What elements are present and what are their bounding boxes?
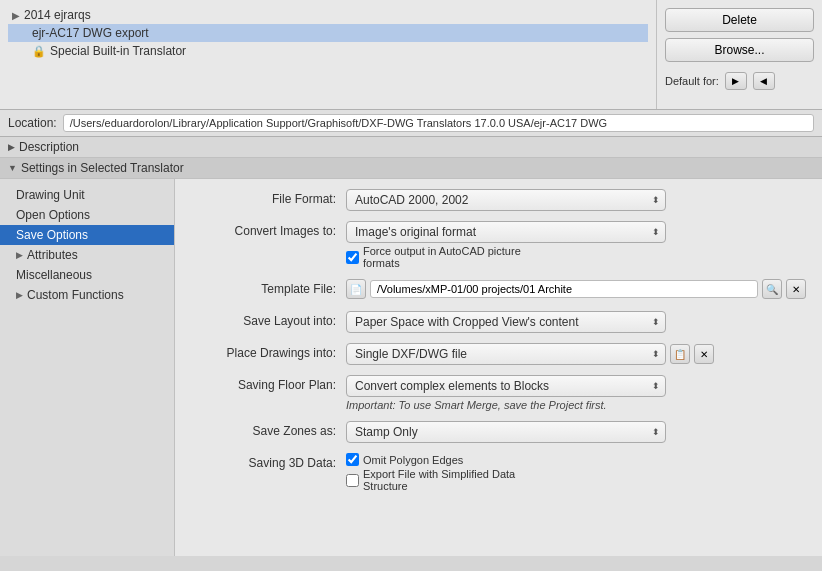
tree-item-label: ejr-AC17 DWG export <box>32 26 149 40</box>
place-drawings-row: Place Drawings into: Single DXF/DWG file… <box>191 343 806 365</box>
place-drawings-inner: Single DXF/DWG file ⬍ 📋 ✕ <box>346 343 806 365</box>
translator-tree: ▶ 2014 ejrarqs ejr-AC17 DWG export 🔒 Spe… <box>0 0 657 109</box>
saving-floor-plan-select[interactable]: Convert complex elements to Blocks <box>346 375 666 397</box>
sidebar-item-open-options[interactable]: Open Options <box>0 205 174 225</box>
browse-button[interactable]: Browse... <box>665 38 814 62</box>
attributes-arrow: ▶ <box>16 250 23 260</box>
template-file-label: Template File: <box>191 279 346 296</box>
saving-floor-plan-control: Convert complex elements to Blocks ⬍ Imp… <box>346 375 806 411</box>
sidebar-item-label: Drawing Unit <box>16 188 85 202</box>
sidebar-item-drawing-unit[interactable]: Drawing Unit <box>0 185 174 205</box>
convert-images-control: Image's original format ⬍ Force output i… <box>346 221 806 269</box>
convert-images-select-wrapper: Image's original format ⬍ <box>346 221 666 243</box>
settings-triangle: ▼ <box>8 163 17 173</box>
save-layout-control: Paper Space with Cropped View's content … <box>346 311 806 333</box>
top-panel: ▶ 2014 ejrarqs ejr-AC17 DWG export 🔒 Spe… <box>0 0 822 110</box>
sidebar-item-save-options[interactable]: Save Options <box>0 225 174 245</box>
saving-3d-control: Omit Polygon Edges Export File with Simp… <box>346 453 806 492</box>
location-bar: Location: /Users/eduardorolon/Library/Ap… <box>0 110 822 137</box>
description-triangle: ▶ <box>8 142 15 152</box>
sidebar-item-label: Open Options <box>16 208 90 222</box>
export-simplified-checkbox[interactable] <box>346 474 359 487</box>
tree-item-label: Special Built-in Translator <box>50 44 186 58</box>
description-label: Description <box>19 140 79 154</box>
custom-arrow: ▶ <box>16 290 23 300</box>
force-output-checkbox[interactable] <box>346 251 359 264</box>
sidebar-item-label: Miscellaneous <box>16 268 92 282</box>
saving-floor-plan-label: Saving Floor Plan: <box>191 375 346 392</box>
tree-item-label: 2014 ejrarqs <box>24 8 91 22</box>
file-format-label: File Format: <box>191 189 346 206</box>
save-layout-select[interactable]: Paper Space with Cropped View's content <box>346 311 666 333</box>
save-zones-control: Stamp Only ⬍ <box>346 421 806 443</box>
settings-label: Settings in Selected Translator <box>21 161 184 175</box>
template-search-icon[interactable]: 🔍 <box>762 279 782 299</box>
file-format-select[interactable]: AutoCAD 2000, 2002 <box>346 189 666 211</box>
place-drawings-select[interactable]: Single DXF/DWG file <box>346 343 666 365</box>
tree-item-export[interactable]: ejr-AC17 DWG export <box>8 24 648 42</box>
file-format-control: AutoCAD 2000, 2002 ⬍ <box>346 189 806 211</box>
saving-3d-row: Saving 3D Data: Omit Polygon Edges Expor… <box>191 453 806 492</box>
default-icon-1[interactable]: ▶ <box>725 72 747 90</box>
tree-item-builtin[interactable]: 🔒 Special Built-in Translator <box>8 42 648 60</box>
template-clear-icon[interactable]: ✕ <box>786 279 806 299</box>
sidebar-item-attributes[interactable]: ▶ Attributes <box>0 245 174 265</box>
sidebar-item-label: Save Options <box>16 228 88 242</box>
save-layout-row: Save Layout into: Paper Space with Cropp… <box>191 311 806 333</box>
place-drawings-icon1[interactable]: 📋 <box>670 344 690 364</box>
save-zones-select[interactable]: Stamp Only <box>346 421 666 443</box>
save-zones-row: Save Zones as: Stamp Only ⬍ <box>191 421 806 443</box>
place-drawings-control: Single DXF/DWG file ⬍ 📋 ✕ <box>346 343 806 365</box>
saving-3d-label: Saving 3D Data: <box>191 453 346 470</box>
convert-images-row: Convert Images to: Image's original form… <box>191 221 806 269</box>
omit-polygon-checkbox[interactable] <box>346 453 359 466</box>
save-layout-select-wrapper: Paper Space with Cropped View's content … <box>346 311 666 333</box>
action-buttons: Delete Browse... Default for: ▶ ◀ <box>657 0 822 109</box>
default-for-row: Default for: ▶ ◀ <box>665 72 814 90</box>
omit-polygon-label: Omit Polygon Edges <box>363 454 463 466</box>
settings-header[interactable]: ▼ Settings in Selected Translator <box>0 158 822 179</box>
export-simplified-label: Export File with Simplified Data Structu… <box>363 468 515 492</box>
template-row: 📄 /Volumes/xMP-01/00 projects/01 Archite… <box>346 279 806 299</box>
location-value: /Users/eduardorolon/Library/Application … <box>63 114 814 132</box>
delete-button[interactable]: Delete <box>665 8 814 32</box>
location-label: Location: <box>8 116 57 130</box>
force-output-row: Force output in AutoCAD picture formats <box>346 245 806 269</box>
saving-floor-plan-select-wrapper: Convert complex elements to Blocks ⬍ <box>346 375 666 397</box>
tree-item-root[interactable]: ▶ 2014 ejrarqs <box>8 6 648 24</box>
right-content: File Format: AutoCAD 2000, 2002 ⬍ Conver… <box>175 179 822 556</box>
saving-floor-plan-row: Saving Floor Plan: Convert complex eleme… <box>191 375 806 411</box>
force-output-label: Force output in AutoCAD picture formats <box>363 245 521 269</box>
export-simplified-row: Export File with Simplified Data Structu… <box>346 468 806 492</box>
file-format-select-wrapper: AutoCAD 2000, 2002 ⬍ <box>346 189 666 211</box>
template-browse-icon[interactable]: 📄 <box>346 279 366 299</box>
sidebar-item-custom-functions[interactable]: ▶ Custom Functions <box>0 285 174 305</box>
expand-arrow: ▶ <box>12 10 20 21</box>
save-layout-label: Save Layout into: <box>191 311 346 328</box>
place-drawings-label: Place Drawings into: <box>191 343 346 360</box>
description-header[interactable]: ▶ Description <box>0 137 822 158</box>
main-content: Drawing Unit Open Options Save Options ▶… <box>0 179 822 556</box>
sidebar-item-miscellaneous[interactable]: Miscellaneous <box>0 265 174 285</box>
convert-images-select[interactable]: Image's original format <box>346 221 666 243</box>
template-file-control: 📄 /Volumes/xMP-01/00 projects/01 Archite… <box>346 279 806 299</box>
template-input[interactable]: /Volumes/xMP-01/00 projects/01 Archite <box>370 280 758 298</box>
saving-floor-plan-note: Important: To use Smart Merge, save the … <box>346 399 806 411</box>
file-format-row: File Format: AutoCAD 2000, 2002 ⬍ <box>191 189 806 211</box>
save-zones-select-wrapper: Stamp Only ⬍ <box>346 421 666 443</box>
place-drawings-icon2[interactable]: ✕ <box>694 344 714 364</box>
left-sidebar: Drawing Unit Open Options Save Options ▶… <box>0 179 175 556</box>
sidebar-item-label: Attributes <box>27 248 78 262</box>
convert-images-label: Convert Images to: <box>191 221 346 238</box>
save-zones-label: Save Zones as: <box>191 421 346 438</box>
template-file-row: Template File: 📄 /Volumes/xMP-01/00 proj… <box>191 279 806 301</box>
default-for-label: Default for: <box>665 75 719 87</box>
default-icon-2[interactable]: ◀ <box>753 72 775 90</box>
omit-polygon-row: Omit Polygon Edges <box>346 453 806 466</box>
sidebar-item-label: Custom Functions <box>27 288 124 302</box>
place-drawings-select-wrapper: Single DXF/DWG file ⬍ <box>346 343 666 365</box>
lock-icon: 🔒 <box>32 45 46 58</box>
